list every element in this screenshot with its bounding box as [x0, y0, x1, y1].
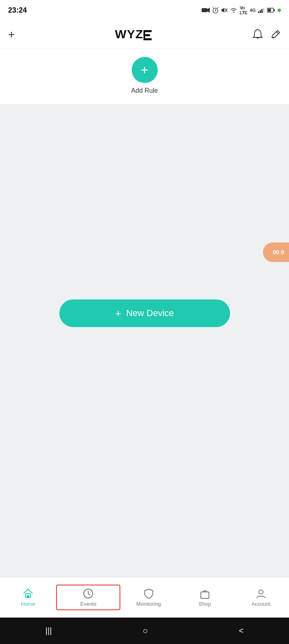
svg-marker-7: [223, 8, 224, 13]
svg-line-23: [276, 32, 278, 34]
svg-rect-30: [201, 592, 209, 598]
new-device-button[interactable]: + New Device: [59, 299, 230, 327]
svg-rect-26: [27, 595, 29, 598]
status-bar: 23:24 VoLTE 4G: [0, 0, 289, 20]
svg-rect-12: [258, 11, 259, 13]
svg-line-6: [217, 7, 218, 8]
shop-bag-icon: [199, 588, 211, 599]
wifi-icon: [230, 7, 237, 13]
status-icons: VoLTE 4G: [202, 5, 281, 15]
android-recent-button[interactable]: |||: [46, 626, 52, 635]
account-person-icon: [255, 588, 267, 599]
nav-label-account: Account: [251, 601, 270, 607]
nav-item-account[interactable]: Account: [233, 585, 289, 610]
svg-rect-0: [202, 8, 207, 12]
battery-icon: [267, 8, 275, 13]
svg-marker-1: [207, 8, 210, 13]
battery-dot: [278, 9, 281, 12]
alarm-icon: [212, 7, 219, 13]
nav-item-events[interactable]: Events: [56, 585, 120, 610]
nav-item-shop[interactable]: Shop: [177, 585, 233, 610]
svg-rect-8: [222, 9, 223, 11]
new-device-plus-icon: +: [115, 308, 121, 319]
bottom-nav: Home Events Monitoring Shop Account: [0, 577, 289, 618]
svg-rect-22: [143, 30, 145, 40]
4g-text: 4G: [250, 8, 256, 13]
svg-point-31: [259, 590, 263, 594]
svg-rect-18: [274, 9, 275, 11]
events-clock-icon: [83, 588, 94, 599]
nav-label-events: Events: [80, 601, 96, 607]
edit-icon[interactable]: [270, 29, 281, 40]
nav-label-monitoring: Monitoring: [136, 601, 161, 607]
add-rule-label: Add Rule: [131, 87, 158, 94]
main-content: 00:0 + New Device: [0, 104, 289, 588]
add-rule-section: + Add Rule: [0, 49, 289, 104]
svg-rect-14: [261, 9, 263, 13]
android-back-button[interactable]: <: [239, 626, 244, 635]
svg-rect-15: [263, 8, 264, 13]
notification-bell-icon[interactable]: [252, 29, 263, 40]
nav-label-shop: Shop: [199, 601, 211, 607]
home-icon: [22, 588, 34, 599]
add-rule-button[interactable]: +: [132, 57, 158, 83]
new-device-label: New Device: [126, 308, 174, 319]
header-add-button[interactable]: +: [8, 28, 15, 41]
svg-line-5: [213, 7, 213, 8]
add-rule-plus-icon: +: [141, 63, 148, 76]
nav-label-home: Home: [21, 601, 35, 607]
nav-item-home[interactable]: Home: [0, 585, 56, 610]
svg-line-29: [88, 594, 90, 595]
svg-rect-17: [268, 9, 271, 12]
android-nav-bar: ||| ○ <: [0, 618, 289, 644]
header: + WYZ: [0, 20, 289, 49]
svg-rect-13: [260, 10, 261, 13]
camera-icon: [202, 7, 210, 13]
signal-bars-icon: [258, 7, 265, 13]
android-home-button[interactable]: ○: [143, 626, 148, 636]
svg-point-11: [233, 12, 234, 13]
nav-item-monitoring[interactable]: Monitoring: [120, 585, 176, 610]
mute-icon: [221, 7, 228, 13]
wyze-logo: WYZ: [115, 27, 152, 41]
monitoring-shield-icon: [143, 588, 154, 599]
header-right-icons: [252, 29, 281, 40]
floating-timer-text: 00:0: [273, 249, 284, 255]
signal-text: VoLTE: [240, 5, 247, 15]
wyze-e-letter: [143, 29, 152, 41]
floating-timer-badge[interactable]: 00:0: [263, 242, 289, 262]
status-time: 23:24: [8, 6, 27, 15]
